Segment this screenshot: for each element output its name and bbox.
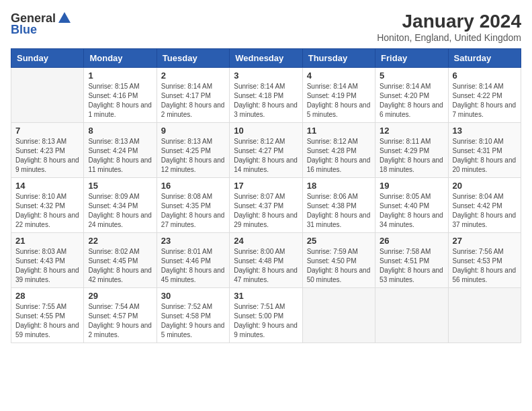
calendar-cell: 21Sunrise: 8:03 AMSunset: 4:43 PMDayligh… [11, 233, 84, 288]
calendar-cell: 22Sunrise: 8:02 AMSunset: 4:45 PMDayligh… [84, 233, 157, 288]
day-of-week-header: Sunday [11, 49, 84, 68]
day-number: 27 [453, 236, 517, 246]
day-info: Sunrise: 8:10 AMSunset: 4:32 PMDaylight:… [15, 192, 79, 230]
day-number: 29 [88, 291, 152, 301]
day-number: 25 [307, 236, 371, 246]
day-of-week-header: Tuesday [157, 49, 229, 68]
day-number: 28 [15, 291, 79, 301]
calendar-cell: 29Sunrise: 7:54 AMSunset: 4:57 PMDayligh… [84, 288, 157, 343]
calendar-cell: 13Sunrise: 8:10 AMSunset: 4:31 PMDayligh… [448, 123, 521, 178]
day-number: 7 [15, 126, 79, 136]
calendar-cell [448, 288, 521, 343]
calendar-cell: 27Sunrise: 7:56 AMSunset: 4:53 PMDayligh… [448, 233, 521, 288]
day-number: 23 [161, 236, 225, 246]
day-info: Sunrise: 8:05 AMSunset: 4:40 PMDaylight:… [380, 192, 443, 230]
day-number: 19 [380, 181, 443, 191]
calendar-cell: 23Sunrise: 8:01 AMSunset: 4:46 PMDayligh… [157, 233, 229, 288]
calendar-cell: 8Sunrise: 8:13 AMSunset: 4:24 PMDaylight… [84, 123, 157, 178]
day-info: Sunrise: 8:10 AMSunset: 4:31 PMDaylight:… [453, 137, 517, 175]
day-info: Sunrise: 8:02 AMSunset: 4:45 PMDaylight:… [88, 247, 152, 285]
day-number: 4 [307, 71, 371, 81]
title-section: January 2024 Honiton, England, United Ki… [377, 11, 521, 43]
day-info: Sunrise: 8:09 AMSunset: 4:34 PMDaylight:… [88, 192, 152, 230]
calendar-cell: 15Sunrise: 8:09 AMSunset: 4:34 PMDayligh… [84, 178, 157, 233]
calendar-table: SundayMondayTuesdayWednesdayThursdayFrid… [11, 48, 521, 343]
day-info: Sunrise: 7:55 AMSunset: 4:55 PMDaylight:… [15, 302, 79, 340]
day-info: Sunrise: 8:03 AMSunset: 4:43 PMDaylight:… [15, 247, 79, 285]
day-info: Sunrise: 8:14 AMSunset: 4:18 PMDaylight:… [234, 82, 298, 120]
day-info: Sunrise: 8:14 AMSunset: 4:19 PMDaylight:… [307, 82, 371, 120]
calendar-cell: 31Sunrise: 7:51 AMSunset: 5:00 PMDayligh… [230, 288, 302, 343]
calendar-cell: 24Sunrise: 8:00 AMSunset: 4:48 PMDayligh… [230, 233, 302, 288]
day-info: Sunrise: 8:13 AMSunset: 4:24 PMDaylight:… [88, 137, 152, 175]
day-number: 22 [88, 236, 152, 246]
calendar-cell: 26Sunrise: 7:58 AMSunset: 4:51 PMDayligh… [375, 233, 448, 288]
day-number: 18 [307, 181, 371, 191]
calendar-cell [11, 68, 84, 123]
day-info: Sunrise: 8:07 AMSunset: 4:37 PMDaylight:… [234, 192, 298, 230]
day-info: Sunrise: 7:51 AMSunset: 5:00 PMDaylight:… [234, 302, 298, 340]
day-number: 26 [380, 236, 443, 246]
day-info: Sunrise: 8:15 AMSunset: 4:16 PMDaylight:… [88, 82, 152, 120]
day-info: Sunrise: 8:13 AMSunset: 4:25 PMDaylight:… [161, 137, 225, 175]
logo-icon [57, 11, 72, 26]
day-of-week-header: Wednesday [230, 49, 302, 68]
calendar-cell: 30Sunrise: 7:52 AMSunset: 4:58 PMDayligh… [157, 288, 229, 343]
calendar-cell: 12Sunrise: 8:11 AMSunset: 4:29 PMDayligh… [375, 123, 448, 178]
header: General Blue January 2024 Honiton, Engla… [11, 11, 521, 43]
calendar-cell: 10Sunrise: 8:12 AMSunset: 4:27 PMDayligh… [230, 123, 302, 178]
main-title: January 2024 [377, 11, 521, 32]
day-number: 24 [234, 236, 298, 246]
calendar-week-row: 28Sunrise: 7:55 AMSunset: 4:55 PMDayligh… [11, 288, 521, 343]
day-info: Sunrise: 7:56 AMSunset: 4:53 PMDaylight:… [453, 247, 517, 285]
day-info: Sunrise: 8:14 AMSunset: 4:22 PMDaylight:… [453, 82, 517, 120]
calendar-cell: 2Sunrise: 8:14 AMSunset: 4:17 PMDaylight… [157, 68, 229, 123]
subtitle: Honiton, England, United Kingdom [377, 32, 521, 43]
calendar-cell [302, 288, 375, 343]
day-number: 8 [88, 126, 152, 136]
logo: General Blue [11, 11, 72, 37]
day-info: Sunrise: 8:14 AMSunset: 4:17 PMDaylight:… [161, 82, 225, 120]
logo-blue: Blue [11, 23, 37, 37]
day-info: Sunrise: 8:00 AMSunset: 4:48 PMDaylight:… [234, 247, 298, 285]
calendar-cell: 3Sunrise: 8:14 AMSunset: 4:18 PMDaylight… [230, 68, 302, 123]
day-info: Sunrise: 8:04 AMSunset: 4:42 PMDaylight:… [453, 192, 517, 230]
day-number: 13 [453, 126, 517, 136]
day-number: 12 [380, 126, 443, 136]
day-of-week-header: Friday [375, 49, 448, 68]
calendar-cell: 19Sunrise: 8:05 AMSunset: 4:40 PMDayligh… [375, 178, 448, 233]
calendar-cell [375, 288, 448, 343]
day-number: 9 [161, 126, 225, 136]
day-info: Sunrise: 7:59 AMSunset: 4:50 PMDaylight:… [307, 247, 371, 285]
calendar-header-row: SundayMondayTuesdayWednesdayThursdayFrid… [11, 49, 521, 68]
calendar-cell: 4Sunrise: 8:14 AMSunset: 4:19 PMDaylight… [302, 68, 375, 123]
day-number: 14 [15, 181, 79, 191]
calendar-cell: 11Sunrise: 8:12 AMSunset: 4:28 PMDayligh… [302, 123, 375, 178]
calendar-cell: 1Sunrise: 8:15 AMSunset: 4:16 PMDaylight… [84, 68, 157, 123]
calendar-week-row: 7Sunrise: 8:13 AMSunset: 4:23 PMDaylight… [11, 123, 521, 178]
day-info: Sunrise: 7:52 AMSunset: 4:58 PMDaylight:… [161, 302, 225, 340]
calendar-cell: 7Sunrise: 8:13 AMSunset: 4:23 PMDaylight… [11, 123, 84, 178]
day-of-week-header: Monday [84, 49, 157, 68]
day-number: 6 [453, 71, 517, 81]
calendar-cell: 5Sunrise: 8:14 AMSunset: 4:20 PMDaylight… [375, 68, 448, 123]
calendar-cell: 16Sunrise: 8:08 AMSunset: 4:35 PMDayligh… [157, 178, 229, 233]
day-number: 15 [88, 181, 152, 191]
day-number: 10 [234, 126, 298, 136]
day-info: Sunrise: 7:54 AMSunset: 4:57 PMDaylight:… [88, 302, 152, 340]
day-number: 2 [161, 71, 225, 81]
day-number: 30 [161, 291, 225, 301]
day-info: Sunrise: 7:58 AMSunset: 4:51 PMDaylight:… [380, 247, 443, 285]
day-of-week-header: Thursday [302, 49, 375, 68]
day-number: 31 [234, 291, 298, 301]
day-number: 1 [88, 71, 152, 81]
calendar-cell: 18Sunrise: 8:06 AMSunset: 4:38 PMDayligh… [302, 178, 375, 233]
day-number: 5 [380, 71, 443, 81]
day-number: 11 [307, 126, 371, 136]
calendar-cell: 6Sunrise: 8:14 AMSunset: 4:22 PMDaylight… [448, 68, 521, 123]
svg-marker-0 [58, 12, 71, 23]
calendar-cell: 25Sunrise: 7:59 AMSunset: 4:50 PMDayligh… [302, 233, 375, 288]
calendar-week-row: 21Sunrise: 8:03 AMSunset: 4:43 PMDayligh… [11, 233, 521, 288]
calendar-cell: 17Sunrise: 8:07 AMSunset: 4:37 PMDayligh… [230, 178, 302, 233]
day-info: Sunrise: 8:12 AMSunset: 4:27 PMDaylight:… [234, 137, 298, 175]
